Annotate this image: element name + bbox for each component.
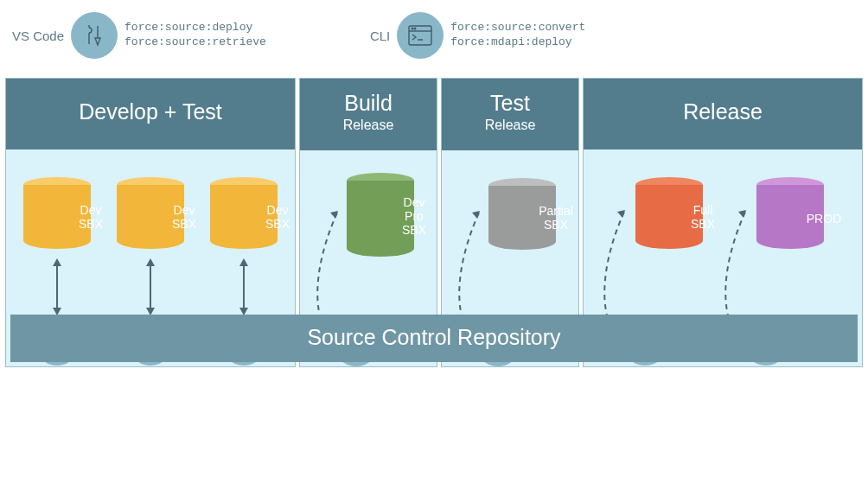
legend-cli-label: CLI	[370, 29, 390, 43]
cmd-text: force:mdapi:deploy	[450, 35, 585, 50]
db-prod: PROD	[756, 177, 824, 257]
phase-header: Test Release	[442, 79, 578, 150]
legend-vscode: VS Code force:source:deploy force:source…	[12, 12, 266, 59]
db-label: Partial SBX	[522, 204, 590, 232]
phase-title: Develop + Test	[10, 99, 291, 124]
cmd-text: force:source:convert	[450, 21, 585, 35]
cmd-text: force:source:deploy	[124, 21, 266, 35]
tools-icon	[71, 12, 118, 59]
phase-subtitle: Release	[303, 118, 433, 133]
db-dev-sbx: Dev SBX	[210, 177, 278, 257]
terminal-icon	[397, 12, 444, 59]
arrow-bidirectional	[150, 265, 151, 308]
phase-title: Build	[303, 91, 433, 116]
db-dev-sbx: Dev SBX	[117, 177, 184, 257]
pipeline-diagram: Develop + Test Dev SBX Dev SBX Dev SBX	[5, 78, 863, 367]
legend-vscode-label: VS Code	[12, 29, 64, 43]
legend-cli: CLI force:source:convert force:mdapi:dep…	[370, 12, 585, 59]
repo-label: Source Control Repository	[307, 325, 560, 349]
db-full-sbx: Full SBX	[635, 177, 703, 257]
db-partial-sbx: Partial SBX	[488, 178, 556, 258]
source-control-repository: Source Control Repository	[10, 315, 858, 362]
arrow-bidirectional	[243, 265, 245, 308]
db-label: PROD	[790, 212, 858, 226]
svg-point-3	[414, 28, 416, 29]
db-dev-pro-sbx: Dev Pro SBX	[347, 173, 414, 264]
legend-vscode-cmds: force:source:deploy force:source:retriev…	[124, 21, 266, 50]
phase-header: Develop + Test	[6, 79, 295, 149]
phase-title: Release	[587, 99, 858, 124]
db-label: Dev SBX	[57, 203, 124, 231]
phase-header: Release	[584, 79, 862, 149]
legend: VS Code force:source:deploy force:source…	[0, 0, 868, 59]
cmd-text: force:source:retrieve	[124, 35, 266, 50]
phase-title: Test	[445, 91, 575, 116]
phase-subtitle: Release	[445, 118, 575, 133]
phase-header: Build Release	[300, 79, 437, 150]
legend-cli-cmds: force:source:convert force:mdapi:deploy	[450, 21, 585, 50]
db-label: Dev Pro SBX	[380, 195, 448, 237]
db-label: Full SBX	[669, 203, 737, 231]
svg-point-2	[412, 28, 413, 29]
db-dev-sbx: Dev SBX	[23, 177, 91, 257]
arrow-bidirectional	[56, 265, 58, 308]
db-label: Dev SBX	[150, 203, 218, 231]
